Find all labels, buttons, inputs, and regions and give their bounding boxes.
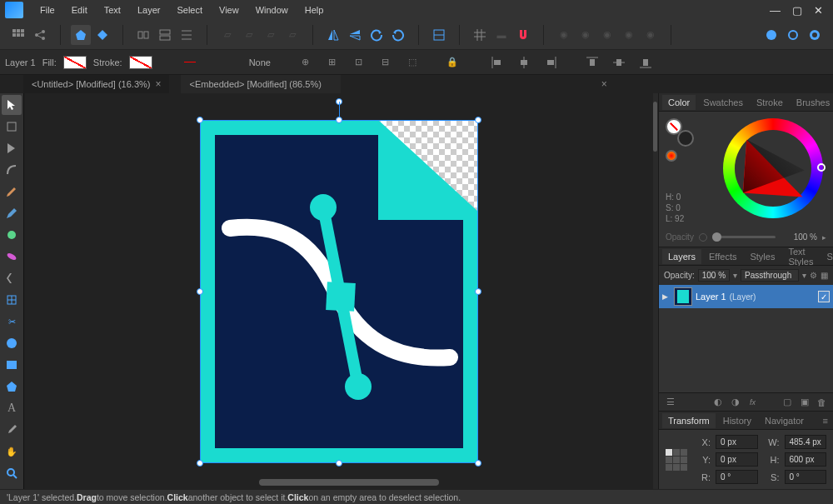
tab-text-styles[interactable]: Text Styles [782, 244, 819, 269]
close-tab-icon[interactable]: × [155, 78, 161, 90]
grid-layout-icon[interactable] [8, 25, 28, 45]
ctx-icon-1[interactable]: ⊕ [296, 52, 316, 72]
align-right-icon[interactable] [541, 52, 561, 72]
document-tab-1[interactable]: <Untitled> [Modified] (16.3%) × [23, 75, 169, 93]
delete-layer-icon[interactable]: 🗑 [816, 396, 828, 408]
s-input[interactable]: 0 ° [785, 470, 827, 484]
tab-history[interactable]: History [717, 413, 757, 428]
noise-toggle-icon[interactable] [699, 233, 707, 242]
tab-navigator[interactable]: Navigator [759, 413, 810, 428]
move-tool[interactable] [2, 95, 22, 115]
flip-horizontal-icon[interactable] [323, 25, 343, 45]
align-top-icon[interactable] [582, 52, 602, 72]
r-input[interactable]: 0 ° [716, 470, 758, 484]
layer-expand-icon[interactable]: ▶ [662, 292, 671, 301]
zoom-tool[interactable] [2, 463, 22, 483]
rotate-ccw-icon[interactable] [367, 25, 387, 45]
menu-window[interactable]: Window [247, 2, 297, 18]
snap-magnet-icon[interactable] [513, 25, 533, 45]
layer-row[interactable]: ▶ Layer 1 (Layer) ✓ [659, 285, 833, 308]
menu-edit[interactable]: Edit [63, 2, 96, 18]
align-panel-icon[interactable] [429, 25, 449, 45]
anchor-selector[interactable] [666, 449, 687, 471]
ctx-icon-2[interactable]: ⊞ [322, 52, 342, 72]
y-input[interactable]: 0 px [716, 452, 758, 467]
window-minimize-icon[interactable]: — [770, 4, 781, 17]
ctx-lock-icon[interactable]: 🔒 [442, 52, 462, 72]
share-icon[interactable] [30, 25, 50, 45]
crop-tool[interactable]: ✂ [2, 312, 22, 332]
bool-intersect-icon[interactable]: ◉ [597, 25, 617, 45]
h-input[interactable]: 600 px [785, 452, 827, 467]
align-objects-1-icon[interactable] [133, 25, 153, 45]
opacity-value[interactable]: 100 % [781, 232, 817, 242]
artboard-tool[interactable] [2, 117, 22, 137]
vertical-scrollbar[interactable] [653, 93, 658, 489]
canvas-area[interactable] [23, 93, 658, 489]
align-vcenter-icon[interactable] [609, 52, 629, 72]
text-tool[interactable]: A [2, 398, 22, 418]
bool-subtract-icon[interactable]: ◉ [576, 25, 596, 45]
color-wheel[interactable] [723, 118, 823, 218]
menu-file[interactable]: File [32, 2, 63, 18]
view-circle-2-icon[interactable] [783, 25, 803, 45]
tab-color[interactable]: Color [662, 95, 696, 110]
bool-divide-icon[interactable]: ◉ [641, 25, 661, 45]
shape-pentagon-icon[interactable] [71, 25, 91, 45]
canvas-view[interactable] [23, 93, 653, 489]
tab-swatches[interactable]: Swatches [697, 95, 749, 110]
align-bottom-icon[interactable] [636, 52, 656, 72]
stroke-circle[interactable] [677, 130, 694, 147]
stroke-swatch[interactable] [129, 56, 152, 69]
layer-settings-icon[interactable]: ⚙ [810, 271, 817, 280]
eyedropper-tool[interactable] [2, 420, 22, 440]
stroke-width-preview[interactable] [159, 56, 242, 69]
window-close-icon[interactable]: ✕ [814, 4, 823, 17]
tab-transform[interactable]: Transform [662, 413, 716, 428]
pencil-tool[interactable] [2, 203, 22, 223]
view-circle-1-icon[interactable] [761, 25, 781, 45]
fill-tool[interactable] [2, 225, 22, 245]
fill-swatch[interactable] [63, 56, 87, 69]
snap-baseline-icon[interactable]: ▬ [491, 25, 511, 45]
menu-text[interactable]: Text [96, 2, 129, 18]
layer-visibility-checkbox[interactable]: ✓ [818, 291, 830, 302]
ctx-icon-4[interactable]: ⊟ [376, 52, 396, 72]
rotate-cw-icon[interactable] [388, 25, 408, 45]
layer-stack-icon[interactable]: ☰ [664, 396, 676, 408]
node-tool[interactable] [2, 138, 22, 158]
hand-tool[interactable]: ✋ [2, 442, 22, 462]
add-layer-icon[interactable]: ▢ [781, 396, 793, 408]
layer-lock-icon[interactable]: ▦ [821, 271, 828, 280]
shape-diamond-icon[interactable] [92, 25, 112, 45]
layer-opacity-value[interactable]: 100 % [698, 269, 730, 282]
transparency-tool[interactable] [2, 290, 22, 310]
mask-icon[interactable]: ◐ [711, 396, 724, 408]
order-front-icon[interactable]: ▱ [282, 25, 302, 45]
rectangle-tool[interactable] [2, 355, 22, 375]
x-input[interactable]: 0 px [716, 435, 758, 449]
brush-tool[interactable] [2, 247, 22, 267]
adjustment-icon[interactable]: ◑ [729, 396, 741, 408]
align-objects-3-icon[interactable] [177, 25, 197, 45]
menu-view[interactable]: View [211, 2, 247, 18]
bool-add-icon[interactable]: ◉ [554, 25, 574, 45]
view-circle-3-icon[interactable] [805, 25, 825, 45]
tab-styles[interactable]: Styles [744, 249, 781, 264]
menu-help[interactable]: Help [297, 2, 332, 18]
polygon-tool[interactable] [2, 377, 22, 397]
panel-menu-icon[interactable]: ≡ [818, 416, 833, 426]
align-left-icon[interactable] [487, 52, 507, 72]
fx-icon[interactable]: fx [746, 396, 759, 408]
horizontal-scrollbar[interactable] [48, 479, 650, 487]
align-objects-2-icon[interactable] [155, 25, 175, 45]
bool-xor-icon[interactable]: ◉ [619, 25, 639, 45]
menu-select[interactable]: Select [168, 2, 211, 18]
tab-effects[interactable]: Effects [703, 249, 742, 264]
layer-thumbnail[interactable] [674, 287, 692, 306]
ellipse-tool[interactable] [2, 333, 22, 353]
snap-grid-icon[interactable] [470, 25, 490, 45]
pen-tool[interactable] [2, 182, 22, 202]
opacity-slider[interactable] [712, 236, 776, 238]
order-backward-icon[interactable]: ▱ [239, 25, 259, 45]
